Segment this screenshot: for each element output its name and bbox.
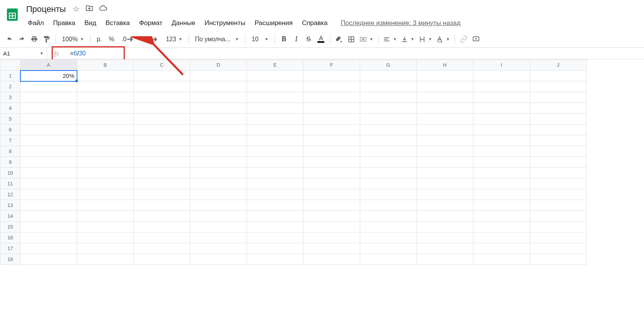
- cell[interactable]: [530, 135, 587, 146]
- cell[interactable]: [304, 103, 360, 114]
- column-header-J[interactable]: J: [530, 60, 587, 71]
- text-rotation-button[interactable]: ▼: [434, 34, 451, 45]
- cell[interactable]: [530, 71, 587, 81]
- cell[interactable]: [417, 211, 473, 222]
- cell[interactable]: [247, 211, 304, 222]
- redo-button[interactable]: [16, 34, 28, 45]
- cell[interactable]: [360, 114, 417, 124]
- cell[interactable]: [473, 243, 530, 254]
- column-header-E[interactable]: E: [247, 60, 304, 71]
- row-header[interactable]: 16: [0, 232, 20, 243]
- cell[interactable]: [134, 103, 190, 114]
- row-header[interactable]: 14: [0, 211, 20, 222]
- column-header-G[interactable]: G: [360, 60, 417, 71]
- cell[interactable]: [530, 168, 587, 178]
- cell[interactable]: [190, 254, 247, 265]
- cell[interactable]: [360, 254, 417, 265]
- text-wrap-button[interactable]: ▼: [417, 34, 434, 45]
- cell[interactable]: [134, 254, 190, 265]
- cell[interactable]: [530, 157, 587, 168]
- cell[interactable]: [20, 157, 77, 168]
- cell[interactable]: [77, 92, 134, 103]
- row-header[interactable]: 13: [0, 200, 20, 211]
- row-header[interactable]: 1: [0, 71, 20, 81]
- cell[interactable]: [247, 114, 304, 124]
- cell[interactable]: [417, 114, 473, 124]
- cell[interactable]: 20%: [20, 71, 77, 81]
- cloud-status-icon[interactable]: [99, 4, 107, 15]
- row-header[interactable]: 3: [0, 92, 20, 103]
- cell[interactable]: [530, 92, 587, 103]
- row-header[interactable]: 11: [0, 178, 20, 189]
- cell[interactable]: [417, 200, 473, 211]
- cell[interactable]: [77, 200, 134, 211]
- cell[interactable]: [473, 114, 530, 124]
- cell[interactable]: [530, 146, 587, 157]
- cell[interactable]: [134, 222, 190, 232]
- column-header-A[interactable]: A: [20, 60, 77, 71]
- cell[interactable]: [304, 124, 360, 135]
- cell[interactable]: [190, 200, 247, 211]
- menu-view[interactable]: Вид: [80, 18, 100, 29]
- cell[interactable]: [134, 114, 190, 124]
- cell[interactable]: [473, 254, 530, 265]
- cell[interactable]: [473, 157, 530, 168]
- document-title[interactable]: Проценты: [24, 3, 68, 15]
- row-header[interactable]: 7: [0, 135, 20, 146]
- cell[interactable]: [247, 243, 304, 254]
- column-header-I[interactable]: I: [473, 60, 530, 71]
- cell[interactable]: [360, 124, 417, 135]
- cell[interactable]: [360, 71, 417, 81]
- cell[interactable]: [20, 189, 77, 200]
- cell[interactable]: [134, 232, 190, 243]
- cell[interactable]: [247, 178, 304, 189]
- spreadsheet-grid[interactable]: A B C D E F G H I J 120%2345678910111213…: [0, 59, 644, 265]
- cell[interactable]: [20, 124, 77, 135]
- cell[interactable]: [20, 243, 77, 254]
- cell[interactable]: [417, 232, 473, 243]
- cell[interactable]: [530, 124, 587, 135]
- cell[interactable]: [247, 168, 304, 178]
- cell[interactable]: [360, 135, 417, 146]
- cell[interactable]: [247, 81, 304, 92]
- cell[interactable]: [473, 222, 530, 232]
- menu-data[interactable]: Данные: [168, 18, 199, 29]
- cell[interactable]: [473, 71, 530, 81]
- cell[interactable]: [417, 178, 473, 189]
- cell[interactable]: [77, 146, 134, 157]
- cell[interactable]: [77, 254, 134, 265]
- cell[interactable]: [190, 222, 247, 232]
- cell[interactable]: [190, 211, 247, 222]
- cell[interactable]: [77, 157, 134, 168]
- font-select[interactable]: По умолча...▼: [192, 34, 242, 45]
- cell[interactable]: [77, 114, 134, 124]
- cell[interactable]: [530, 232, 587, 243]
- cell[interactable]: [20, 168, 77, 178]
- cell[interactable]: [190, 114, 247, 124]
- cell[interactable]: [247, 200, 304, 211]
- cell[interactable]: [530, 81, 587, 92]
- cell[interactable]: [417, 157, 473, 168]
- cell[interactable]: [134, 178, 190, 189]
- cell[interactable]: [77, 71, 134, 81]
- cell[interactable]: [134, 189, 190, 200]
- cell[interactable]: [247, 232, 304, 243]
- cell[interactable]: [20, 146, 77, 157]
- cell[interactable]: [20, 254, 77, 265]
- cell[interactable]: [77, 232, 134, 243]
- percent-button[interactable]: %: [106, 34, 117, 45]
- cell[interactable]: [247, 71, 304, 81]
- row-header[interactable]: 5: [0, 114, 20, 124]
- cell[interactable]: [20, 200, 77, 211]
- cell[interactable]: [530, 243, 587, 254]
- cell[interactable]: [360, 178, 417, 189]
- cell[interactable]: [304, 157, 360, 168]
- bold-button[interactable]: B: [278, 34, 290, 45]
- cell[interactable]: [77, 103, 134, 114]
- cell[interactable]: [77, 124, 134, 135]
- cell[interactable]: [247, 146, 304, 157]
- cell[interactable]: [77, 135, 134, 146]
- cell[interactable]: [134, 243, 190, 254]
- cell[interactable]: [247, 189, 304, 200]
- cell[interactable]: [190, 71, 247, 81]
